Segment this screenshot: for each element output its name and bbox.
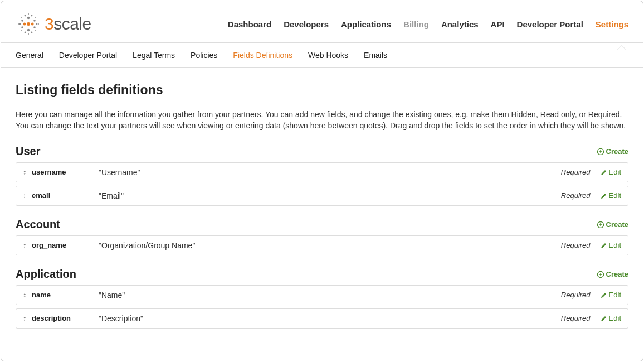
pencil-icon xyxy=(601,242,607,248)
svg-point-21 xyxy=(18,23,19,25)
edit-label: Edit xyxy=(609,291,621,299)
edit-button[interactable]: Edit xyxy=(601,191,621,200)
nav-settings[interactable]: Settings xyxy=(596,20,628,29)
drag-handle-icon[interactable]: ↕ xyxy=(23,315,26,322)
edit-button[interactable]: Edit xyxy=(601,291,621,299)
svg-point-5 xyxy=(21,20,23,22)
edit-button[interactable]: Edit xyxy=(601,241,621,249)
svg-point-22 xyxy=(38,23,39,25)
pencil-icon xyxy=(601,292,607,298)
section-title-account: Account xyxy=(16,218,60,231)
svg-point-0 xyxy=(27,22,30,26)
field-row: ↕ username "Username" Required Edit xyxy=(16,162,628,182)
field-name: username xyxy=(32,168,99,176)
svg-point-6 xyxy=(33,20,36,22)
sub-navigation: General Developer Portal Legal Terms Pol… xyxy=(1,42,643,68)
logo-mark-icon xyxy=(16,11,41,37)
svg-point-12 xyxy=(31,15,33,17)
field-status: Required xyxy=(561,314,591,322)
logo-text: 3scale xyxy=(45,15,91,33)
field-name: description xyxy=(32,314,99,322)
svg-point-9 xyxy=(19,23,21,25)
create-button-application[interactable]: Create xyxy=(597,270,628,278)
pencil-icon xyxy=(601,169,607,175)
create-label: Create xyxy=(606,147,628,156)
active-tab-caret-icon xyxy=(617,45,626,50)
subnav-general[interactable]: General xyxy=(16,51,43,60)
field-label: "Name" xyxy=(99,291,561,300)
subnav-legal-terms[interactable]: Legal Terms xyxy=(133,51,175,60)
nav-api[interactable]: API xyxy=(491,20,505,29)
svg-point-10 xyxy=(36,23,38,25)
edit-button[interactable]: Edit xyxy=(601,168,621,176)
drag-handle-icon[interactable]: ↕ xyxy=(23,168,26,176)
page-title: Listing fields definitions xyxy=(16,83,628,98)
create-label: Create xyxy=(606,270,628,278)
section-title-application: Application xyxy=(16,268,76,281)
svg-point-18 xyxy=(35,30,36,31)
subnav-policies[interactable]: Policies xyxy=(191,51,217,60)
svg-point-13 xyxy=(25,32,26,33)
section-title-user: User xyxy=(16,145,40,158)
field-label: "Organization/Group Name" xyxy=(99,241,561,250)
nav-billing[interactable]: Billing xyxy=(403,20,429,29)
create-label: Create xyxy=(606,220,628,229)
svg-point-3 xyxy=(27,17,30,19)
svg-point-2 xyxy=(23,23,26,26)
field-status: Required xyxy=(561,291,591,299)
section-application: Application Create ↕ name "Name" Require… xyxy=(16,268,628,329)
svg-point-17 xyxy=(21,30,22,31)
create-button-user[interactable]: Create xyxy=(597,147,628,156)
field-row: ↕ description "Description" Required Edi… xyxy=(16,308,628,329)
nav-dashboard[interactable]: Dashboard xyxy=(228,20,271,29)
subnav-developer-portal[interactable]: Developer Portal xyxy=(59,51,117,60)
nav-developer-portal[interactable]: Developer Portal xyxy=(517,20,583,29)
field-row: ↕ name "Name" Required Edit xyxy=(16,285,628,305)
svg-point-4 xyxy=(27,29,30,31)
edit-label: Edit xyxy=(609,168,621,176)
field-row: ↕ org_name "Organization/Group Name" Req… xyxy=(16,235,628,255)
svg-point-20 xyxy=(28,33,29,35)
field-name: name xyxy=(32,291,99,299)
subnav-fields-definitions[interactable]: Fields Definitions xyxy=(233,51,292,60)
create-button-account[interactable]: Create xyxy=(597,220,628,229)
field-name: email xyxy=(32,191,99,200)
drag-handle-icon[interactable]: ↕ xyxy=(23,192,26,200)
svg-point-14 xyxy=(31,32,33,33)
svg-point-7 xyxy=(21,26,23,28)
field-label: "Username" xyxy=(99,168,561,177)
svg-point-16 xyxy=(35,17,36,18)
svg-point-19 xyxy=(28,13,29,15)
nav-developers[interactable]: Developers xyxy=(284,20,329,29)
field-label: "Description" xyxy=(99,314,561,323)
nav-analytics[interactable]: Analytics xyxy=(441,20,479,29)
field-status: Required xyxy=(561,191,591,200)
svg-point-1 xyxy=(31,23,34,26)
drag-handle-icon[interactable]: ↕ xyxy=(23,291,26,299)
edit-label: Edit xyxy=(609,241,621,249)
page-intro: Here you can manage all the information … xyxy=(16,109,628,132)
plus-icon xyxy=(597,271,604,278)
field-status: Required xyxy=(561,241,591,249)
field-label: "Email" xyxy=(99,191,561,200)
plus-icon xyxy=(597,221,604,228)
section-user: User Create ↕ username "Username" Requir… xyxy=(16,145,628,206)
edit-button[interactable]: Edit xyxy=(601,314,621,322)
nav-applications[interactable]: Applications xyxy=(341,20,391,29)
drag-handle-icon[interactable]: ↕ xyxy=(23,242,26,249)
edit-label: Edit xyxy=(609,191,621,200)
field-status: Required xyxy=(561,168,591,176)
logo[interactable]: 3scale xyxy=(16,11,91,37)
top-navigation: Dashboard Developers Applications Billin… xyxy=(228,20,628,29)
pencil-icon xyxy=(601,192,607,199)
field-row: ↕ email "Email" Required Edit xyxy=(16,186,628,206)
edit-label: Edit xyxy=(609,314,621,322)
subnav-web-hooks[interactable]: Web Hooks xyxy=(308,51,348,60)
svg-point-8 xyxy=(33,26,36,28)
svg-point-15 xyxy=(21,17,22,18)
pencil-icon xyxy=(601,315,607,321)
field-name: org_name xyxy=(32,241,99,249)
section-account: Account Create ↕ org_name "Organization/… xyxy=(16,218,628,255)
subnav-emails[interactable]: Emails xyxy=(364,51,387,60)
plus-icon xyxy=(597,148,604,155)
